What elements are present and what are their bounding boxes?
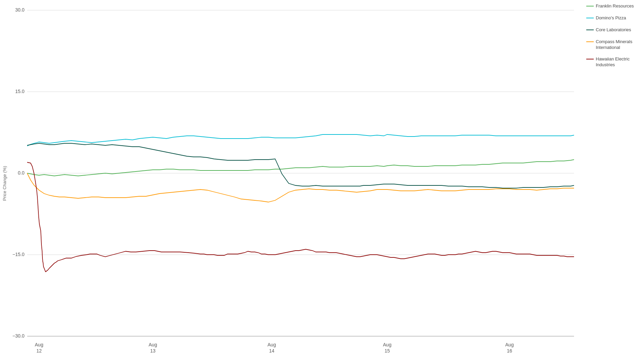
svg-text:14: 14 — [269, 348, 274, 354]
legend-label-dominos: Domino's Pizza — [596, 15, 626, 21]
legend-line-dominos — [586, 18, 594, 18]
y-label-neg15: −15.0 — [13, 252, 25, 257]
x-label-aug14: Aug — [268, 342, 276, 347]
line-dominos — [27, 134, 574, 146]
legend-line-core — [586, 30, 594, 30]
line-core — [27, 143, 574, 188]
svg-text:15: 15 — [384, 348, 390, 354]
legend-label-core: Core Laboratories — [596, 27, 631, 33]
svg-text:13: 13 — [150, 348, 156, 354]
x-label-aug16: Aug — [505, 342, 514, 347]
legend-item-hawaiian: Hawaiian Electric Industries — [586, 56, 641, 68]
line-hawaiian — [27, 162, 574, 272]
y-label-0: 0.0 — [18, 170, 25, 176]
y-axis-label: Price Change (%) — [2, 166, 7, 201]
y-label-30: 30.0 — [15, 7, 24, 13]
chart-container: 30.0 15.0 0.0 −15.0 −30.0 Aug 12 Aug 13 … — [0, 0, 644, 362]
legend: Franklin Resources Domino's Pizza Core L… — [586, 3, 641, 68]
x-label-aug15: Aug — [383, 342, 392, 347]
legend-item-dominos: Domino's Pizza — [586, 15, 641, 21]
line-franklin — [27, 160, 574, 176]
legend-label-hawaiian: Hawaiian Electric Industries — [596, 56, 641, 68]
legend-item-franklin: Franklin Resources — [586, 3, 641, 9]
x-label-aug12: Aug — [35, 342, 43, 347]
legend-line-hawaiian — [586, 59, 594, 59]
legend-item-compass: Compass Minerals International — [586, 39, 641, 51]
legend-item-core: Core Laboratories — [586, 27, 641, 33]
legend-label-compass: Compass Minerals International — [596, 39, 641, 51]
main-chart: 30.0 15.0 0.0 −15.0 −30.0 Aug 12 Aug 13 … — [0, 0, 644, 362]
svg-text:12: 12 — [36, 348, 42, 354]
legend-line-franklin — [586, 6, 594, 6]
svg-text:16: 16 — [507, 348, 512, 354]
y-label-neg30: −30.0 — [13, 333, 25, 339]
legend-line-compass — [586, 41, 594, 42]
y-label-15: 15.0 — [15, 89, 24, 94]
legend-label-franklin: Franklin Resources — [596, 3, 634, 9]
x-label-aug13: Aug — [149, 342, 157, 347]
